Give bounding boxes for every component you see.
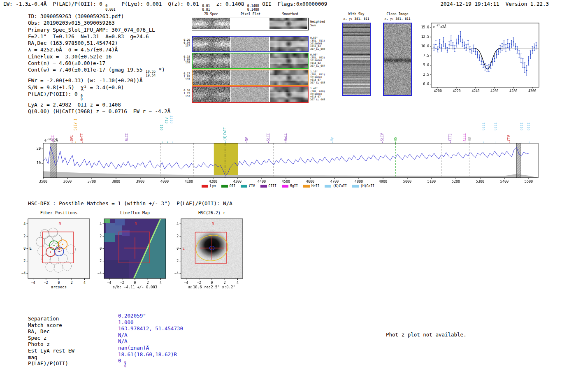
legend-item: CIII (260, 184, 276, 188)
fiber-smoothed-image (270, 37, 308, 51)
stacked-value: 00 (81, 95, 83, 102)
fiber-pixel-flat-image (231, 53, 269, 68)
weighted-sum-label-line: Sum (310, 24, 325, 28)
with-sky-image (343, 23, 370, 95)
svg-text:2: 2 (23, 234, 26, 238)
legend-label: CIV (249, 184, 255, 188)
svg-text:N: N (135, 221, 137, 225)
svg-text:−4: −4 (21, 271, 26, 275)
col-title-2d-spec: 2D Spec (192, 12, 230, 16)
svg-text:−4: −4 (31, 281, 35, 285)
svg-text:2: 2 (177, 234, 179, 238)
fiber-positions-panel: NE−4−4−2−2002244arcsecs (14, 216, 93, 290)
col-title-pixel-flat: Pixel Flat (231, 12, 270, 16)
svg-text:0: 0 (134, 281, 136, 285)
match-row-label: Est LyA rest-EW (28, 348, 118, 354)
fiber-row-right-label: 307_LL_068 (310, 98, 325, 101)
weighted-sum-image (192, 18, 307, 29)
clean-image-cutout (383, 23, 412, 96)
fiber-row-left-labels: 0.101.72157 (178, 89, 190, 98)
fiber-row-strip (192, 86, 309, 103)
full-spectrum-plot (31, 108, 545, 184)
svg-text:4: 4 (84, 281, 86, 285)
detection-info-line: λ = 4252.6Å σ = 4.57(±0.74)Å (28, 46, 170, 53)
detection-info-line: EWr = -2.00(±0.33) (w: -1.30(±0.20))Å (28, 77, 170, 84)
match-row-value: N/A (118, 332, 128, 339)
fiber-row-strip (192, 53, 309, 69)
legend-item: (H)CaII (352, 184, 374, 188)
spectrum-line-legend: LyαOIICIVCIIIMgIIHeII(K)CaII(H)CaII (31, 184, 545, 188)
legend-item: OII (221, 184, 235, 188)
legend-item: CIV (241, 184, 255, 188)
fiber-row-left-label: 157 (178, 95, 190, 98)
match-row-value: 0.202059" (118, 313, 146, 319)
svg-text:4: 4 (160, 281, 162, 285)
match-row: RA, Dec163.978412, 51.454730 (28, 328, 183, 335)
with-sky-cutout (342, 23, 371, 96)
with-sky-title: With Sky (341, 12, 371, 16)
svg-text:2: 2 (100, 234, 102, 238)
legend-swatch (303, 185, 310, 188)
svg-text:m:18.6 re:2.5" s:0.2": m:18.6 re:2.5" s:0.2" (188, 285, 235, 289)
legend-label: CIII (269, 184, 276, 188)
svg-text:−4: −4 (107, 281, 111, 285)
legend-label: MgII (290, 184, 298, 188)
fiber-smoothed-image (270, 70, 308, 85)
detection-info-line: Cont(n) = 4.60(±0.00)e-17 (28, 60, 170, 67)
svg-text:−2: −2 (44, 281, 48, 285)
fiber-row-right-labels: 0.93"(381, 802)20190203v015_03307_LL_087 (310, 53, 325, 67)
svg-text:0: 0 (211, 281, 213, 285)
svg-text:2: 2 (71, 281, 73, 285)
svg-text:2: 2 (224, 281, 226, 285)
fiber-pixel-flat-image (231, 37, 269, 51)
svg-text:−4: −4 (98, 271, 102, 275)
catalog-match-table: Separation0.202059"Match score1.000RA, D… (28, 315, 183, 371)
svg-text:4: 4 (23, 222, 26, 226)
svg-text:4: 4 (237, 281, 239, 285)
match-row-label: Spec z (28, 335, 118, 341)
fiber-row-strip (192, 36, 309, 52)
legend-swatch (325, 185, 331, 188)
legend-item: MgII (282, 184, 298, 188)
legend-swatch (221, 185, 228, 188)
match-row: Photo zN/A (28, 341, 183, 348)
svg-text:s/b: -4.11 +/- 0.083: s/b: -4.11 +/- 0.083 (113, 285, 157, 289)
match-row-label: P(LAE)/P(OII) (28, 360, 118, 371)
legend-label: (K)CaII (333, 184, 347, 188)
svg-text:0: 0 (23, 247, 26, 251)
hsc-r-title: HSC(26.2) r (181, 211, 243, 215)
legend-label: (H)CaII (360, 184, 374, 188)
svg-text:0: 0 (58, 281, 60, 285)
svg-text:2: 2 (147, 281, 149, 285)
fiber-row-right-labels: 1.10"(381, 811)20190203v015_07307_LL_088 (310, 70, 325, 84)
fiber-smoothed-image (270, 53, 308, 68)
detection-info-block: ID: 3090059263 (3090059263.pdf)Obs: 2019… (28, 13, 170, 115)
match-row-value: 1.000 (118, 319, 134, 326)
fiber-2d-spec-image (193, 37, 230, 51)
fiber-pixel-flat-image (231, 70, 269, 85)
legend-label: OII (230, 184, 235, 188)
fiber-row-right-label: 307_LL_087 (310, 65, 325, 67)
fiber-positions-title: Fiber Positions (28, 211, 90, 215)
legend-item: HeII (303, 184, 319, 188)
line-fit-cutout-plot (415, 18, 551, 97)
hsc-dex-match-line: HSC-DEX : Possible Matches = 1 (within +… (28, 200, 232, 206)
fiber-row-left-label: 137 (178, 78, 190, 81)
legend-swatch (260, 185, 267, 188)
svg-text:−2: −2 (120, 281, 124, 285)
match-row-value: N/A (118, 338, 128, 345)
detection-info-line: LyA z = 2.4982 OII z = 0.1408 (28, 102, 170, 108)
svg-text:0: 0 (100, 247, 102, 251)
svg-text:−2: −2 (98, 259, 102, 263)
svg-text:−2: −2 (197, 281, 201, 285)
svg-text:4: 4 (177, 222, 179, 226)
match-row-label: Photo z (28, 341, 118, 348)
lineflux-map-panel: N−4−4−2−2002244s/b: -4.11 +/- 0.083 (91, 216, 169, 290)
detection-info-line: Obs: 20190203v015_3090059263 (28, 20, 170, 26)
match-row-value: nan(±nan)Å (118, 345, 149, 351)
fiber-smoothed-image (270, 87, 308, 102)
svg-text:N: N (212, 221, 214, 225)
detection-info-line: F=2.1" T=0.126 N=1.31 A=0.83 g=24.6 (28, 33, 170, 40)
lineflux-map-title: Lineflux Map (104, 211, 166, 215)
match-row-label: mag (28, 354, 118, 361)
